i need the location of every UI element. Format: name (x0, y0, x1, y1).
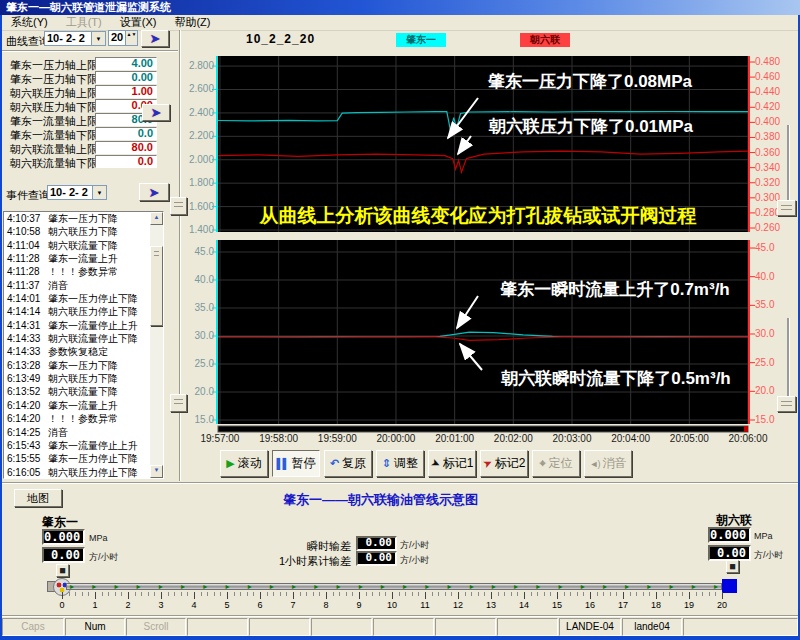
menu-item[interactable]: 帮助(Z) (165, 15, 219, 30)
chart-annotation: 肇东一瞬时流量上升了0.7m³/h (499, 280, 730, 299)
event-list-item[interactable]: 6:13:52 朝六联流量下降 (4, 385, 150, 398)
event-list[interactable]: 4:10:37 肇东一压力下降 4:10:58 朝六联压力下降 4:11:04 … (3, 211, 164, 479)
event-list-item[interactable]: 6:13:49 朝六联压力下降 (4, 372, 150, 385)
scroll-down-icon[interactable]: ▼ (150, 465, 163, 478)
left-axis-slider-bottom[interactable] (170, 394, 187, 412)
curve-date-combo[interactable]: 10- 2- 2 ▼ (44, 31, 106, 46)
event-text: 朝六联流量下降 (48, 385, 118, 398)
map-button[interactable]: 地图 (14, 489, 62, 507)
event-list-item[interactable]: 4:10:37 肇东一压力下降 (4, 212, 150, 225)
right-axis-tick-label: 0.260 (755, 222, 780, 233)
axis-limit-row: 肇东一流量轴下限 0.0 (2, 127, 178, 141)
toolbar-button-label: 标记2 (495, 455, 526, 472)
flow-arrow-icon: ▸ (692, 583, 696, 591)
event-date-value: 10- 2- 2 (48, 186, 92, 199)
flow-arrow-icon: ▸ (92, 583, 96, 591)
chevron-down-icon[interactable]: ▼ (92, 186, 106, 199)
event-list-item[interactable]: 6:14:25 消音 (4, 426, 150, 439)
event-list-item[interactable]: 4:14:33 参数恢复稳定 (4, 345, 150, 358)
event-list-item[interactable]: 4:11:04 朝六联流量下降 (4, 239, 150, 252)
menu-item[interactable]: 系统(Y) (2, 15, 57, 30)
left-axis-tick-label: 1.600 (189, 201, 214, 212)
adjust-icon (382, 458, 391, 469)
toolbar-button[interactable]: 暂停 (272, 450, 320, 477)
left-axis-tick-label: 45.0 (195, 246, 215, 257)
right-slider-thumb-bottom[interactable] (777, 396, 796, 412)
go-arrow-icon: ➤ (149, 186, 160, 199)
menu-item[interactable]: 工具(T) (57, 15, 111, 30)
axis-limit-field[interactable]: 1.00 (95, 85, 157, 98)
event-time: 4:14:33 (4, 345, 48, 358)
chart-annotation: 肇东一压力下降了0.08MPa (487, 72, 693, 91)
axis-limit-field[interactable]: 0.00 (95, 71, 157, 84)
right-axis-tick-label: 0.460 (755, 71, 780, 82)
station-left-pressure-unit: MPa (89, 533, 108, 543)
event-time: 4:11:04 (4, 239, 48, 252)
ruler-label: 14 (519, 600, 529, 610)
event-time: 6:14:25 (4, 426, 48, 439)
toolbar-button[interactable]: 调整 (376, 450, 424, 477)
axis-limits-apply-button[interactable]: ➤ (142, 104, 170, 121)
flow-arrow-icon: ▸ (225, 583, 229, 591)
pump-icon[interactable]: ◼ (56, 564, 69, 577)
left-axis-slider-top[interactable] (170, 197, 187, 215)
legend-chip: 肇东一 (396, 33, 446, 47)
scrollbar-thumb[interactable] (150, 246, 163, 326)
event-text: 肇东一流量停止上升 (48, 319, 138, 332)
ruler-label: 12 (453, 600, 463, 610)
event-date-combo[interactable]: 10- 2- 2 ▼ (47, 185, 107, 200)
right-slider-track-bottom[interactable] (787, 318, 789, 396)
event-list-item[interactable]: 6:14:20 ！！！参数异常 (4, 412, 150, 425)
event-list-item[interactable]: 6:15:55 肇东一压力停止下降 (4, 452, 150, 465)
locate-icon (539, 458, 545, 469)
event-list-item[interactable]: 4:14:14 朝六联压力停止下降 (4, 305, 150, 318)
event-list-item[interactable]: 4:14:31 肇东一流量停止上升 (4, 319, 150, 332)
event-query-go-button[interactable]: ➤ (139, 183, 169, 201)
toolbar-button[interactable]: 标记2 (480, 450, 528, 477)
event-text: 肇东一流量上升 (48, 252, 118, 265)
toolbar-button[interactable]: 标记1 (428, 450, 476, 477)
destination-station-icon[interactable] (722, 579, 737, 593)
ruler-label: 2 (125, 600, 130, 610)
event-time: 6:13:49 (4, 372, 48, 385)
chart-position-scrollbar[interactable] (218, 426, 748, 432)
curve-hour-spinner[interactable]: 20 ▲▼ (108, 30, 138, 46)
event-list-item[interactable]: 4:11:28 肇东一流量上升 (4, 252, 150, 265)
event-list-item[interactable]: 4:11:28 ！！！参数异常 (4, 265, 150, 278)
spinner-arrows-icon[interactable]: ▲▼ (125, 31, 137, 45)
curve-query-go-button[interactable]: ➤ (141, 30, 169, 47)
toolbar-button[interactable]: 定位 (532, 450, 580, 477)
event-text: 肇东一流量停止上升 (48, 439, 138, 452)
event-list-item[interactable]: 6:16:05 朝六联压力停止下降 (4, 466, 150, 479)
toolbar-button[interactable]: 滚动 (220, 450, 268, 477)
menu-item[interactable]: 设置(X) (111, 15, 166, 30)
chart-annotation: 朝六联瞬时流量下降了0.5m³/h (500, 368, 731, 388)
event-list-item[interactable]: 4:11:37 消音 (4, 279, 150, 292)
chevron-down-icon[interactable]: ▼ (91, 32, 105, 45)
axis-limit-field[interactable]: 4.00 (95, 57, 157, 70)
toolbar-button[interactable]: 复原 (324, 450, 372, 477)
event-list-item[interactable]: 4:14:33 朝六联流量停止下降 (4, 332, 150, 345)
axis-limit-field[interactable]: 0.0 (95, 155, 157, 168)
ruler-label: 17 (618, 600, 628, 610)
right-axis-tick-label: 0.380 (755, 131, 780, 142)
x-axis-tick-label: 20:06:00 (729, 433, 768, 444)
flow-arrow-icon: ▸ (203, 583, 207, 591)
event-list-item[interactable]: 6:14:20 肇东一流量上升 (4, 399, 150, 412)
event-list-scrollbar[interactable]: ▲ ▼ (150, 212, 163, 478)
left-axis-tick-label: 2.000 (189, 154, 214, 165)
event-list-item[interactable]: 6:13:28 肇东一压力下降 (4, 359, 150, 372)
pump-icon[interactable]: ◼ (726, 560, 739, 573)
right-slider-thumb-top[interactable] (777, 200, 796, 216)
x-axis-tick-label: 19:57:00 (200, 433, 239, 444)
event-list-item[interactable]: 6:15:43 肇东一流量停止上升 (4, 439, 150, 452)
event-list-item[interactable]: 4:10:58 朝六联压力下降 (4, 225, 150, 238)
axis-limit-field[interactable]: 0.0 (95, 127, 157, 140)
toolbar-button[interactable]: 消音 (584, 450, 632, 477)
flow-arrow-icon: ▸ (447, 583, 451, 591)
axis-limit-field[interactable]: 80.0 (95, 141, 157, 154)
x-axis-tick-label: 19:58:00 (259, 433, 298, 444)
scroll-up-icon[interactable]: ▲ (150, 212, 163, 225)
event-list-item[interactable]: 4:14:01 肇东一压力停止下降 (4, 292, 150, 305)
flow-arrow-icon: ▸ (603, 583, 607, 591)
